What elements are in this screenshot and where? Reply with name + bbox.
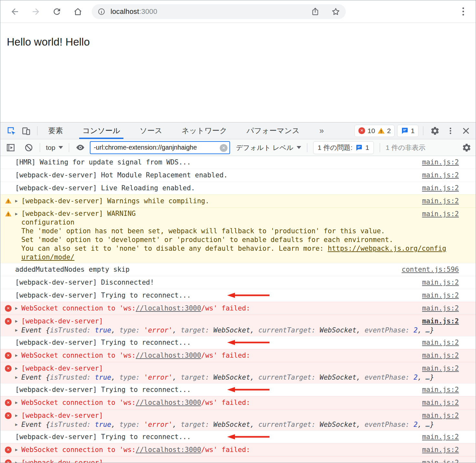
eye-icon (75, 142, 85, 153)
source-link[interactable]: main.js:2 (422, 197, 459, 205)
console-message-line: ▶[webpack-dev-server] (15, 458, 418, 463)
console-sidebar-toggle[interactable] (5, 142, 16, 153)
source-link[interactable]: main.js:2 (422, 433, 459, 441)
execution-context-selector[interactable]: top (46, 144, 63, 152)
expand-triangle-icon[interactable]: ▶ (15, 304, 21, 313)
sidebar-toggle-icon (6, 143, 16, 153)
message-link[interactable]: https://webpack.js.org/config (328, 245, 446, 252)
source-link[interactable]: main.js:2 (422, 412, 459, 419)
source-link[interactable]: main.js:2 (422, 291, 459, 299)
source-link[interactable]: main.js:2 (422, 446, 459, 454)
more-tabs-button[interactable]: » (319, 126, 324, 135)
error-icon: ✕ (5, 365, 12, 372)
console-row-gutter (0, 432, 15, 442)
console-message-line: addedMutatedNodes empty skip (15, 265, 398, 274)
issues-badge[interactable]: 1 (397, 125, 418, 137)
source-link[interactable]: main.js:2 (422, 304, 459, 312)
log-levels-selector[interactable]: デフォルト レベル (236, 143, 301, 152)
tab-ネットワーク[interactable]: ネットワーク (180, 122, 229, 139)
console-row-gutter (0, 184, 15, 193)
console-message-line: ▶Event {isTrusted: true, type: 'error', … (15, 373, 418, 382)
message-link[interactable]: uration/mode/ (21, 253, 74, 261)
message-text: target: (181, 374, 213, 381)
home-button[interactable] (72, 6, 83, 17)
expand-triangle-icon[interactable]: ▶ (15, 411, 21, 420)
issues-bubble-icon (401, 127, 408, 134)
expand-triangle-icon[interactable]: ▶ (15, 351, 21, 360)
expand-triangle-icon[interactable]: ▶ (15, 398, 21, 407)
console-row: [webpack-dev-server] Trying to reconnect… (0, 383, 476, 396)
source-link[interactable]: main.js:2 (422, 386, 459, 394)
clear-filter-icon[interactable]: ✕ (220, 144, 227, 152)
source-link[interactable]: main.js:2 (422, 352, 459, 359)
expand-triangle-icon[interactable]: ▶ (15, 445, 21, 454)
console-row-gutter (0, 171, 15, 180)
console-message: [webpack-dev-server] Trying to reconnect… (15, 385, 418, 395)
issues-button[interactable]: 1 件の問題: 1 (313, 141, 374, 154)
expand-triangle-icon[interactable]: ▶ (15, 196, 21, 205)
expand-triangle-icon[interactable]: ▶ (15, 420, 21, 429)
tab-コンソール[interactable]: コンソール (81, 122, 122, 139)
source-link[interactable]: main.js:2 (422, 210, 459, 218)
message-text: Event { (21, 374, 50, 381)
console-message-line: [webpack-dev-server] Trying to reconnect… (15, 432, 418, 441)
console-status-badge[interactable]: ✕ 10 2 (354, 125, 395, 137)
tab-ソース[interactable]: ソース (138, 122, 164, 139)
message-text: [webpack-dev-server] Hot Module Replacem… (15, 171, 227, 179)
error-icon: ✕ (5, 305, 12, 312)
clear-console-button[interactable] (24, 142, 34, 153)
expand-triangle-icon[interactable]: ▶ (15, 364, 21, 373)
share-button[interactable] (310, 7, 320, 16)
message-text: eventPhase: (365, 374, 414, 381)
message-text: WebSocket connection to 'ws: (21, 304, 136, 312)
source-link[interactable]: main.js:2 (422, 158, 459, 166)
address-bar[interactable]: localhost:3000 (92, 4, 346, 19)
inspect-element-button[interactable] (6, 126, 16, 136)
devtools-menu-button[interactable] (445, 126, 456, 136)
message-link[interactable]: //localhost:3000 (136, 352, 201, 359)
warning-icon (5, 198, 12, 204)
tab-要素[interactable]: 要素 (47, 122, 65, 139)
console-row: ✕▶[webpack-dev-server]▶Event {isTrusted:… (0, 409, 476, 430)
source-link[interactable]: main.js:2 (422, 279, 459, 286)
source-location: main.js:2 (418, 432, 476, 442)
source-link[interactable]: main.js:2 (422, 399, 459, 406)
console-settings-button[interactable] (461, 142, 472, 153)
live-expression-button[interactable] (75, 142, 85, 153)
filter-input[interactable] (90, 142, 229, 153)
device-toolbar-button[interactable] (21, 126, 31, 136)
context-label: top (46, 144, 55, 152)
forward-button[interactable] (30, 6, 41, 17)
message-text: [webpack-dev-server] (21, 459, 103, 463)
source-link[interactable]: main.js:2 (422, 364, 459, 372)
back-button[interactable] (9, 6, 20, 17)
console-filter[interactable]: ✕ (90, 141, 230, 154)
source-link[interactable]: main.js:2 (422, 184, 459, 192)
message-text: , (250, 326, 258, 334)
site-info-icon[interactable] (98, 8, 105, 16)
message-link[interactable]: //localhost:3000 (136, 304, 201, 312)
message-text: [webpack-dev-server] WARNING (21, 210, 136, 217)
source-link[interactable]: content.js:596 (402, 266, 459, 273)
expand-triangle-icon[interactable]: ▶ (15, 326, 21, 335)
source-link[interactable]: main.js:2 (422, 317, 459, 325)
levels-label: デフォルト レベル (236, 143, 293, 152)
expand-triangle-icon[interactable]: ▶ (15, 373, 21, 382)
tab-パフォーマンス[interactable]: パフォーマンス (245, 122, 301, 139)
expand-triangle-icon[interactable]: ▶ (15, 317, 21, 326)
message-text: [webpack-dev-server] (21, 412, 103, 419)
devtools-close-button[interactable] (461, 126, 471, 136)
expand-triangle-icon[interactable]: ▶ (15, 209, 21, 218)
message-link[interactable]: //localhost:3000 (136, 399, 201, 406)
browser-menu-button[interactable] (461, 6, 465, 17)
console-message: [webpack-dev-server] Trying to reconnect… (15, 291, 418, 300)
reload-button[interactable] (51, 6, 62, 17)
source-link[interactable]: main.js:2 (422, 339, 459, 346)
page-content: Hello world! Hello (0, 23, 476, 122)
source-link[interactable]: main.js:2 (422, 171, 459, 179)
bookmark-button[interactable] (331, 7, 341, 16)
expand-triangle-icon[interactable]: ▶ (15, 458, 21, 463)
message-link[interactable]: //localhost:3000 (136, 446, 201, 454)
devtools-settings-button[interactable] (430, 126, 440, 136)
source-link[interactable]: main.js:2 (422, 459, 459, 463)
